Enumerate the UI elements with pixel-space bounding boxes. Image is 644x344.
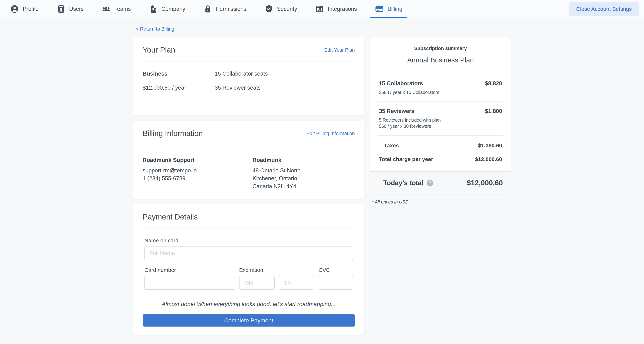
close-account-settings-button[interactable]: Close Account Settings (569, 2, 638, 16)
integrations-icon (315, 4, 324, 13)
item-detail: $588 / year x 15 Collaborators (379, 89, 502, 95)
contact-name: Roadmunk Support (143, 156, 252, 164)
tab-teams[interactable]: Teams (97, 0, 136, 18)
tab-label: Users (69, 6, 84, 12)
company-icon (149, 4, 158, 13)
main-content: < Return to Billing Your Plan Edit Your … (133, 18, 511, 335)
tab-billing[interactable]: Billing (370, 0, 408, 18)
reviewer-seats: 35 Reviewer seats (215, 84, 355, 91)
users-icon (56, 4, 66, 13)
contact-phone: 1 (234) 555-6789 (143, 175, 252, 182)
name-on-card-input[interactable] (144, 247, 353, 260)
your-plan-title: Your Plan (143, 46, 175, 54)
card-number-label: Card number (144, 267, 235, 273)
taxes-label: Taxes (379, 142, 399, 149)
security-icon (264, 4, 274, 13)
left-column: Your Plan Edit Your Plan Business 15 Col… (133, 37, 364, 335)
tab-profile[interactable]: Profile (5, 0, 44, 18)
prices-footnote: * All prices in USD (372, 199, 511, 205)
edit-your-plan-link[interactable]: Edit Your Plan (324, 47, 355, 53)
tab-permissions[interactable]: Permissions (198, 0, 252, 18)
item-amount: $1,800 (485, 108, 502, 114)
profile-icon (10, 4, 19, 13)
help-icon[interactable]: ? (427, 180, 433, 186)
summary-plan-name: Annual Business Plan (379, 56, 502, 64)
tab-label: Security (277, 6, 297, 12)
card-number-input[interactable] (144, 276, 235, 290)
payment-details-card: Payment Details Name on card Card number… (133, 204, 364, 335)
total-charge-label: Total charge per year (379, 156, 433, 162)
edit-billing-information-link[interactable]: Edit Billing Information (306, 131, 355, 136)
teams-icon (102, 4, 111, 13)
tab-integrations[interactable]: Integrations (310, 0, 362, 18)
summary-item-reviewers: 35 Reviewers $1,800 5 Reviewers included… (378, 102, 503, 136)
complete-payment-button[interactable]: Complete Payment (143, 314, 355, 327)
summary-totals: Taxes $1,380.60 Total charge per year $1… (378, 136, 503, 171)
item-detail: 5 Reviewers included with plan (379, 117, 502, 123)
billing-icon (375, 4, 384, 13)
todays-total-label: Today's total (383, 179, 424, 187)
tab-security[interactable]: Security (259, 0, 302, 18)
subscription-summary-card: Subscription summary Annual Business Pla… (370, 37, 511, 194)
expiration-month-input[interactable] (239, 276, 275, 290)
subscription-summary-label: Subscription summary (379, 46, 502, 51)
expiration-year-input[interactable] (278, 276, 314, 290)
todays-total-section: Today's total ? $12,000.60 (370, 171, 511, 194)
item-amount: $8,820 (485, 80, 502, 87)
billing-information-title: Billing Information (143, 129, 203, 138)
tab-label: Permissions (216, 6, 246, 12)
tab-label: Profile (23, 6, 38, 12)
plan-price: $12,000.60 / year (143, 84, 215, 91)
billing-address: Roadmunk 48 Ontario St North Kitchener, … (252, 156, 355, 190)
contact-email: support-rm@tempo.io (143, 167, 252, 175)
collaborator-seats: 15 Collaborator seats (215, 70, 355, 77)
top-nav: Profile Users Teams (0, 0, 644, 18)
tab-label: Company (161, 6, 185, 12)
item-detail: $60 / year x 30 Reviewers (379, 123, 502, 129)
tab-users[interactable]: Users (52, 0, 89, 18)
payment-details-title: Payment Details (143, 213, 198, 221)
plan-name: Business (143, 70, 215, 77)
expiration-label: Expiration (239, 267, 314, 273)
tab-label: Integrations (328, 6, 357, 12)
item-name: 35 Reviewers (379, 108, 414, 114)
summary-item-collaborators: 15 Collaborators $8,820 $588 / year x 15… (378, 74, 503, 102)
billing-information-card: Billing Information Edit Billing Informa… (133, 121, 364, 199)
tab-label: Billing (388, 6, 402, 12)
todays-total-amount: $12,000.60 (467, 179, 503, 187)
return-to-billing-link[interactable]: < Return to Billing (136, 26, 174, 32)
payment-note: Almost done! When everything looks good,… (143, 301, 355, 308)
address-line: 48 Ontario St North (252, 167, 355, 175)
tab-company[interactable]: Company (144, 0, 190, 18)
your-plan-card: Your Plan Edit Your Plan Business 15 Col… (133, 37, 364, 116)
right-column: Subscription summary Annual Business Pla… (370, 37, 511, 205)
permissions-icon (203, 4, 212, 13)
address-line: Canada N2H 4Y4 (252, 182, 355, 190)
billing-contact: Roadmunk Support support-rm@tempo.io 1 (… (143, 156, 252, 190)
name-on-card-label: Name on card (144, 238, 353, 244)
address-line: Kitchener, Ontario (252, 175, 355, 182)
item-name: 15 Collaborators (379, 80, 423, 87)
tab-label: Teams (114, 6, 131, 12)
cvc-label: CVC (318, 267, 353, 273)
cvc-input[interactable] (318, 276, 353, 290)
taxes-amount: $1,380.60 (478, 142, 502, 149)
company-name: Roadmunk (252, 156, 355, 164)
total-charge-amount: $12,000.60 (475, 156, 502, 162)
